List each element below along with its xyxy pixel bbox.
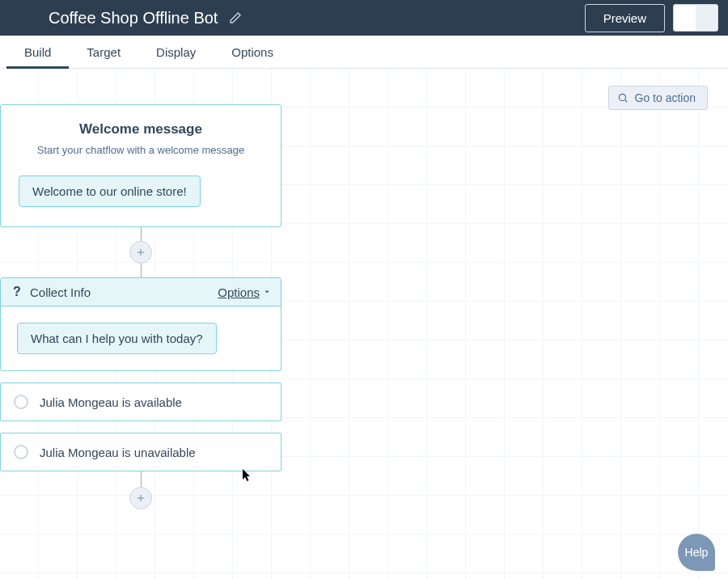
go-to-action-label: Go to action xyxy=(635,91,696,104)
collect-options-dropdown[interactable]: Options xyxy=(218,285,271,299)
welcome-message-chip[interactable]: Welcome to our online store! xyxy=(19,175,201,207)
chevron-down-icon xyxy=(263,288,271,296)
branch-option-available[interactable]: Julia Mongeau is available xyxy=(0,382,281,421)
welcome-subtitle: Start your chatflow with a welcome messa… xyxy=(19,144,263,156)
chatflow-title[interactable]: Coffee Shop Offline Bot xyxy=(49,9,218,27)
svg-point-0 xyxy=(619,94,625,100)
question-icon: ? xyxy=(11,285,23,299)
tab-target[interactable]: Target xyxy=(69,36,138,68)
welcome-message-card[interactable]: Welcome message Start your chatflow with… xyxy=(0,104,281,227)
help-label: Help xyxy=(685,546,709,559)
tab-build[interactable]: Build xyxy=(6,36,69,68)
plus-icon xyxy=(135,247,146,258)
connector-line xyxy=(141,263,142,277)
plus-icon xyxy=(135,492,146,504)
branch-option-unavailable[interactable]: Julia Mongeau is unavailable xyxy=(0,433,281,471)
collect-prompt-chip[interactable]: What can I help you with today? xyxy=(17,323,217,354)
preview-button[interactable]: Preview xyxy=(585,4,665,32)
search-icon xyxy=(617,92,629,104)
connector-line xyxy=(141,471,142,488)
radio-icon xyxy=(14,395,28,409)
connector-line xyxy=(141,227,142,242)
go-to-action-button[interactable]: Go to action xyxy=(608,86,709,110)
add-action-button[interactable] xyxy=(129,487,152,509)
collect-options-label: Options xyxy=(218,285,260,299)
collect-info-title: Collect Info xyxy=(30,285,218,299)
collect-info-header: ? Collect Info Options xyxy=(1,278,281,306)
radio-icon xyxy=(14,445,28,459)
flow-column: Welcome message Start your chatflow with… xyxy=(0,104,281,509)
tabs-bar: Build Target Display Options xyxy=(0,36,728,69)
publish-toggle[interactable] xyxy=(673,4,718,32)
tab-options[interactable]: Options xyxy=(214,36,291,68)
app-header: Coffee Shop Offline Bot Preview xyxy=(0,0,728,36)
collect-info-card[interactable]: ? Collect Info Options What can I help y… xyxy=(0,277,281,371)
add-action-button[interactable] xyxy=(129,241,152,264)
help-button[interactable]: Help xyxy=(678,534,715,571)
welcome-title: Welcome message xyxy=(19,121,263,137)
pencil-icon[interactable] xyxy=(229,11,242,24)
tab-display[interactable]: Display xyxy=(138,36,214,68)
builder-canvas[interactable]: Go to action Welcome message Start your … xyxy=(0,69,728,579)
branch-label: Julia Mongeau is available xyxy=(40,395,182,409)
collect-info-body: What can I help you with today? xyxy=(1,306,281,370)
svg-line-1 xyxy=(624,100,627,103)
branch-label: Julia Mongeau is unavailable xyxy=(40,446,196,459)
